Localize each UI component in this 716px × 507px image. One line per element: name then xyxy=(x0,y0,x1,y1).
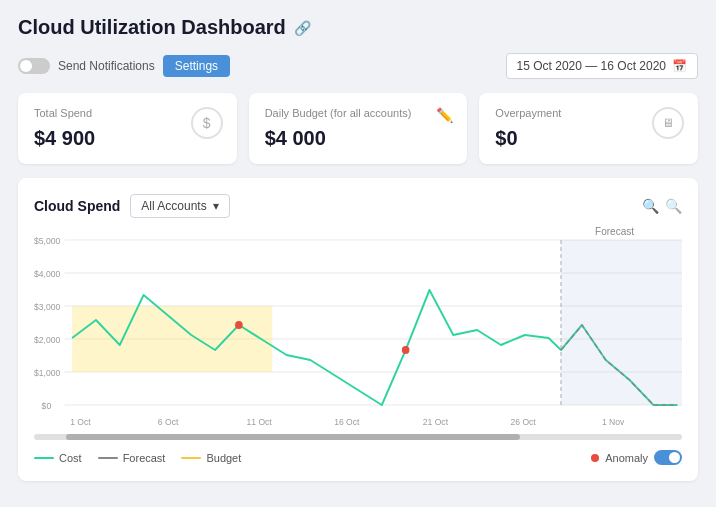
date-range-text: 15 Oct 2020 — 16 Oct 2020 xyxy=(517,59,666,73)
chart-scrollbar[interactable] xyxy=(34,434,682,440)
svg-text:16 Oct: 16 Oct xyxy=(334,417,360,427)
cards-row: Total Spend $4 900 $ Daily Budget (for a… xyxy=(18,93,698,164)
zoom-out-icon[interactable]: 🔍 xyxy=(665,198,682,214)
legend-budget: Budget xyxy=(181,452,241,464)
chart-legend: Cost Forecast Budget Anomaly xyxy=(34,450,682,465)
chart-area: Forecast $5,000 $4,000 $3,000 $2,000 xyxy=(34,230,682,430)
toolbar: Send Notifications Settings 15 Oct 2020 … xyxy=(18,53,698,79)
link-icon[interactable]: 🔗 xyxy=(294,20,311,36)
total-spend-card: Total Spend $4 900 $ xyxy=(18,93,237,164)
svg-point-22 xyxy=(235,321,243,329)
account-selected: All Accounts xyxy=(141,199,206,213)
svg-text:$0: $0 xyxy=(42,401,52,411)
svg-text:21 Oct: 21 Oct xyxy=(423,417,449,427)
dollar-circle-icon: $ xyxy=(191,107,223,139)
anomaly-label: Anomaly xyxy=(605,452,648,464)
legend-forecast: Forecast xyxy=(98,452,166,464)
account-dropdown[interactable]: All Accounts ▾ xyxy=(130,194,229,218)
svg-text:1 Nov: 1 Nov xyxy=(602,417,625,427)
svg-text:$4,000: $4,000 xyxy=(34,269,60,279)
svg-text:$1,000: $1,000 xyxy=(34,368,60,378)
forecast-line-legend xyxy=(98,457,118,459)
chart-panel: Cloud Spend All Accounts ▾ 🔍 🔍 Forecast xyxy=(18,178,698,481)
forecast-label: Forecast xyxy=(123,452,166,464)
svg-text:$3,000: $3,000 xyxy=(34,302,60,312)
svg-text:1 Oct: 1 Oct xyxy=(70,417,91,427)
legend-cost: Cost xyxy=(34,452,82,464)
cost-label: Cost xyxy=(59,452,82,464)
overpayment-card: Overpayment $0 🖥 xyxy=(479,93,698,164)
svg-text:6 Oct: 6 Oct xyxy=(158,417,179,427)
zoom-in-icon[interactable]: 🔍 xyxy=(642,198,659,214)
svg-text:26 Oct: 26 Oct xyxy=(510,417,536,427)
date-range-picker[interactable]: 15 Oct 2020 — 16 Oct 2020 📅 xyxy=(506,53,698,79)
budget-label: Budget xyxy=(206,452,241,464)
chart-svg: $5,000 $4,000 $3,000 $2,000 $1,000 $0 1 … xyxy=(34,230,682,430)
monitor-icon: 🖥 xyxy=(652,107,684,139)
legend-anomaly: Anomaly xyxy=(591,450,682,465)
notifications-label: Send Notifications xyxy=(58,59,155,73)
daily-budget-value: $4 000 xyxy=(265,127,452,150)
daily-budget-label: Daily Budget (for all accounts) xyxy=(265,107,452,119)
svg-rect-6 xyxy=(561,240,682,405)
anomaly-dot-legend xyxy=(591,454,599,462)
anomaly-toggle[interactable] xyxy=(654,450,682,465)
svg-rect-8 xyxy=(72,306,272,372)
svg-text:$5,000: $5,000 xyxy=(34,236,60,246)
svg-text:$2,000: $2,000 xyxy=(34,335,60,345)
daily-budget-card: Daily Budget (for all accounts) $4 000 ✏… xyxy=(249,93,468,164)
edit-icon[interactable]: ✏️ xyxy=(436,107,453,123)
chart-title: Cloud Spend xyxy=(34,198,120,214)
notifications-toggle[interactable] xyxy=(18,58,50,74)
cost-line-legend xyxy=(34,457,54,459)
svg-text:11 Oct: 11 Oct xyxy=(247,417,273,427)
page-title: Cloud Utilization Dashboard xyxy=(18,16,286,39)
chart-scrollbar-thumb xyxy=(66,434,520,440)
settings-button[interactable]: Settings xyxy=(163,55,230,77)
forecast-area-label: Forecast xyxy=(595,226,634,237)
svg-point-23 xyxy=(402,346,410,354)
chevron-down-icon: ▾ xyxy=(213,199,219,213)
calendar-icon: 📅 xyxy=(672,59,687,73)
zoom-controls: 🔍 🔍 xyxy=(642,198,682,214)
budget-line-legend xyxy=(181,457,201,459)
chart-header: Cloud Spend All Accounts ▾ 🔍 🔍 xyxy=(34,194,682,218)
